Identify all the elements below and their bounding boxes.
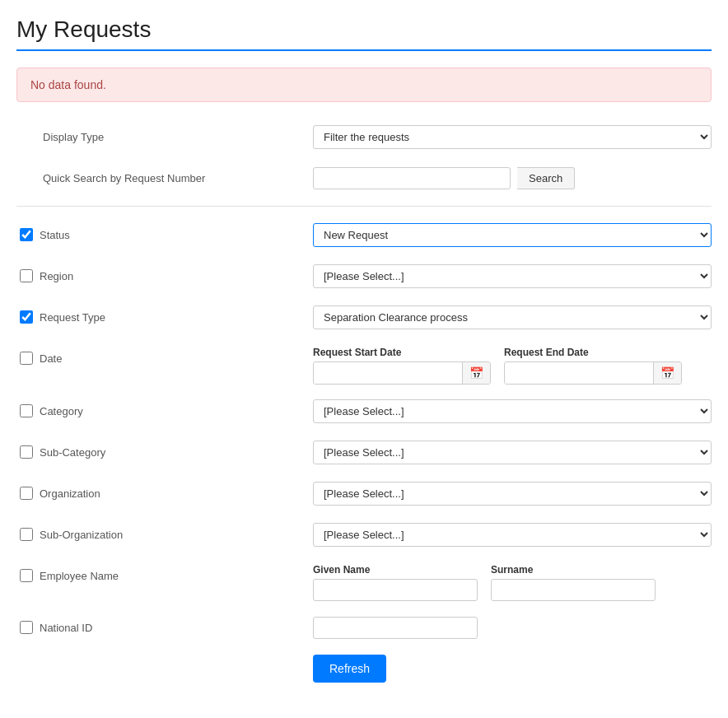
date-fields: Request Start Date 📅 Request End Date 📅 [313,347,682,385]
request-type-label: Request Type [40,311,105,324]
end-date-label: Request End Date [504,347,682,358]
given-name-input[interactable] [313,579,478,601]
category-label: Category [40,405,83,417]
quick-search-input[interactable] [313,167,511,189]
sub-category-label: Sub-Category [40,446,105,459]
end-date-input[interactable] [505,363,653,384]
sub-organization-label: Sub-Organization [40,529,123,541]
category-checkbox[interactable] [20,404,33,417]
sub-organization-select[interactable]: [Please Select...] [313,523,712,547]
display-type-row: Display Type Filter the requests All Req… [16,122,712,152]
region-select[interactable]: [Please Select...] [313,264,712,288]
sub-category-select[interactable]: [Please Select...] [313,441,712,464]
start-calendar-icon: 📅 [469,366,483,380]
search-button[interactable]: Search [517,167,575,189]
employee-name-label: Employee Name [40,570,119,582]
status-row: Status New Request In Progress Closed [16,220,712,249]
start-date-label: Request Start Date [313,347,491,358]
given-name-group: Given Name [313,564,478,601]
organization-select[interactable]: [Please Select...] [313,482,712,506]
end-calendar-icon: 📅 [660,366,674,380]
date-row: Date Request Start Date 📅 Request End Da… [16,343,712,385]
end-date-group: Request End Date 📅 [504,347,682,385]
refresh-row: Refresh [16,654,712,683]
request-type-checkbox[interactable] [20,310,33,324]
no-data-alert: No data found. [16,68,712,102]
surname-group: Surname [491,564,656,601]
region-checkbox[interactable] [20,269,33,282]
status-label: Status [40,229,70,241]
quick-search-label: Quick Search by Request Number [20,172,205,184]
employee-name-checkbox[interactable] [20,569,33,582]
quick-search-row: Quick Search by Request Number Search [16,163,712,193]
category-row: Category [Please Select...] [16,396,712,426]
start-date-group: Request Start Date 📅 [313,347,491,385]
national-id-label: National ID [40,622,92,634]
no-data-message: No data found. [30,78,106,91]
display-type-label: Display Type [20,131,104,143]
request-type-row: Request Type Separation Clearance proces… [16,302,712,332]
sub-category-checkbox[interactable] [20,445,33,459]
region-row: Region [Please Select...] [16,261,712,291]
national-id-input[interactable] [313,617,478,639]
region-label: Region [40,270,73,282]
given-name-label: Given Name [313,564,478,576]
filter-form: Display Type Filter the requests All Req… [16,122,712,683]
name-fields: Given Name Surname [313,564,656,601]
page-title: My Requests [16,16,712,51]
surname-input[interactable] [491,579,656,601]
start-calendar-button[interactable]: 📅 [462,362,490,384]
organization-checkbox[interactable] [20,487,33,500]
sub-category-row: Sub-Category [Please Select...] [16,437,712,467]
status-select[interactable]: New Request In Progress Closed [313,223,712,247]
date-label: Date [40,352,62,365]
organization-label: Organization [40,487,100,500]
refresh-button[interactable]: Refresh [313,655,386,683]
organization-row: Organization [Please Select...] [16,478,712,508]
sub-organization-checkbox[interactable] [20,528,33,541]
category-select[interactable]: [Please Select...] [313,399,712,423]
employee-name-row: Employee Name Given Name Surname [16,561,712,601]
surname-label: Surname [491,564,656,576]
divider-1 [16,206,712,207]
date-checkbox[interactable] [20,352,33,365]
start-date-input[interactable] [314,363,462,384]
national-id-row: National ID [16,613,712,642]
start-date-wrap: 📅 [313,361,491,385]
end-date-wrap: 📅 [504,361,682,385]
request-type-select[interactable]: Separation Clearance process [313,305,712,329]
national-id-checkbox[interactable] [20,621,33,634]
sub-organization-row: Sub-Organization [Please Select...] [16,520,712,549]
display-type-select[interactable]: Filter the requests All Requests [313,125,712,149]
status-checkbox[interactable] [20,228,33,241]
end-calendar-button[interactable]: 📅 [653,362,681,384]
